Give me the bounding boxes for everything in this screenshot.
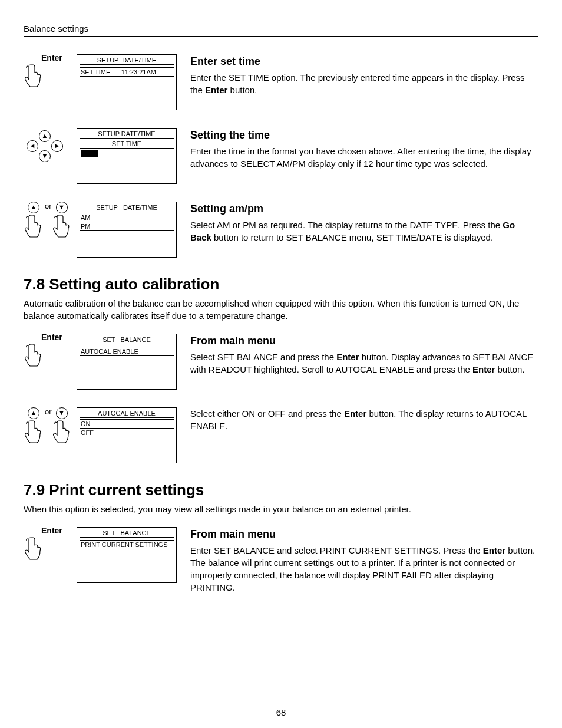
lcd-screen: SET BALANCE PRINT CURRENT SETTINGS (77, 527, 177, 583)
step-78a: Enter SET BALANCE AUTOCAL ENABLE From ma… (24, 334, 538, 390)
enter-label: Enter (41, 332, 62, 342)
enter-label: Enter (41, 526, 62, 536)
lcd-title: SETUP DATE/TIME (80, 130, 174, 139)
step-heading: Setting am/pm (190, 202, 538, 216)
lcd-screen: SETUP DATE/TIME SET TIME (77, 128, 177, 184)
step-heading: From main menu (190, 334, 538, 348)
lcd-line: SET TIME 11:23:21AM (80, 68, 174, 76)
body-text: Select AM or PM as required. The display… (190, 220, 503, 230)
left-arrow-icon: ◄ (27, 140, 38, 152)
step-79: Enter SET BALANCE PRINT CURRENT SETTINGS… (24, 527, 538, 594)
lcd-title: SETUP DATE/TIME (80, 56, 174, 65)
step-heading: From main menu (190, 527, 538, 542)
step-setting-ampm: ▲ or ▼ SETUP DATE/TIME AM PM Setting am/… (24, 202, 538, 258)
up-arrow-icon: ▲ (39, 130, 51, 142)
lcd-title: AUTOCAL ENABLE (80, 409, 174, 418)
step-heading: Setting the time (190, 128, 538, 143)
or-label: or (45, 407, 52, 417)
down-arrow-icon: ▼ (56, 407, 68, 419)
page-number: 68 (0, 707, 562, 717)
body-bold: Enter (483, 545, 505, 555)
step-setting-time: ▲ ▼ ◄ ► SETUP DATE/TIME SET TIME Setting… (24, 128, 538, 184)
lcd-screen: SETUP DATE/TIME AM PM (77, 202, 177, 258)
hand-press-icon (24, 213, 44, 239)
up-arrow-icon: ▲ (28, 202, 39, 213)
section-intro: Automatic calibration of the balance can… (24, 297, 538, 322)
right-arrow-icon: ► (51, 140, 63, 152)
hand-press-icon (24, 536, 44, 562)
lcd-line: AUTOCAL ENABLE (80, 347, 174, 355)
lcd-line: AM (80, 213, 174, 222)
body-text: Enter SET BALANCE and select PRINT CURRE… (190, 545, 483, 555)
dpad-icon: ▲ ▼ ◄ ► (24, 130, 65, 166)
body-text: button. (227, 85, 257, 95)
body-text: Select either ON or OFF and press the (190, 409, 344, 419)
body-text: Select SET BALANCE and press the (190, 352, 336, 362)
body-text: button. (495, 364, 524, 374)
page-header: Balance settings (24, 24, 538, 37)
or-label: or (45, 202, 52, 211)
lcd-subtitle: SET TIME (80, 140, 174, 149)
step-heading: Enter set time (190, 54, 538, 69)
hand-press-icon (52, 213, 72, 239)
lcd-title: SETUP DATE/TIME (80, 203, 174, 212)
section-intro: When this option is selected, you may vi… (24, 503, 538, 515)
cursor-block-icon (81, 150, 98, 157)
body-bold: Enter (344, 409, 366, 419)
body-text: button to return to SET BALANCE menu, SE… (211, 232, 493, 242)
lcd-screen: AUTOCAL ENABLE ON OFF (77, 407, 177, 463)
step-78b: ▲ or ▼ AUTOCAL ENABLE ON OFF Select (24, 407, 538, 463)
lcd-line (80, 150, 174, 159)
down-arrow-icon: ▼ (56, 202, 68, 213)
body-bold: Enter (336, 352, 359, 362)
lcd-title: SET BALANCE (80, 335, 174, 344)
body-text: Enter the time in the format you have ch… (190, 146, 531, 169)
section-title-79: 7.9 Print current settings (24, 481, 538, 499)
lcd-line: PM (80, 222, 174, 230)
hand-press-icon (52, 419, 72, 445)
lcd-screen: SET BALANCE AUTOCAL ENABLE (77, 334, 177, 390)
step-enter-set-time: Enter SETUP DATE/TIME SET TIME 11:23:21A… (24, 54, 538, 110)
hand-press-icon (24, 342, 44, 368)
enter-label: Enter (41, 53, 62, 63)
lcd-line: ON (80, 420, 174, 428)
down-arrow-icon: ▼ (39, 150, 51, 162)
lcd-title: SET BALANCE (80, 529, 174, 538)
body-bold: Enter (472, 364, 495, 374)
lcd-line: OFF (80, 429, 174, 437)
body-bold: Enter (205, 85, 227, 95)
lcd-screen: SETUP DATE/TIME SET TIME 11:23:21AM (77, 54, 177, 110)
section-title-78: 7.8 Setting auto calibration (24, 275, 538, 294)
up-arrow-icon: ▲ (28, 407, 39, 419)
hand-press-icon (24, 63, 44, 89)
hand-press-icon (24, 419, 44, 445)
lcd-line: PRINT CURRENT SETTINGS (80, 541, 174, 549)
